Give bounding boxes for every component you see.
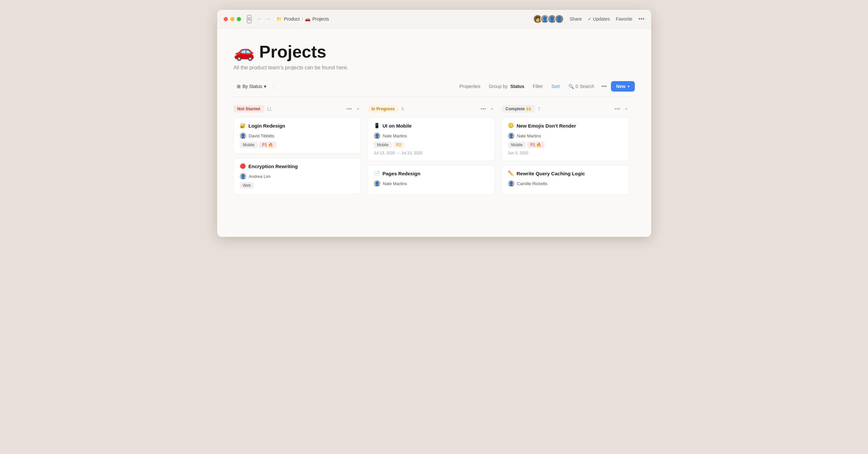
card-title: 🔐 Login Redesign — [240, 123, 285, 128]
card-person: Nate Martins — [383, 181, 407, 186]
properties-label: Properties — [460, 84, 480, 89]
card-header-row: ✏️ Rewrite Query Caching Logic ••• — [508, 171, 623, 180]
titlebar: ≡ ← → 📁 Product / 🚗 Projects 👩 👤 👤 — [217, 10, 651, 28]
card-person: Camille Ricketts — [517, 181, 548, 186]
share-button[interactable]: Share — [570, 17, 582, 22]
card-title-text: Login Redesign — [249, 123, 285, 128]
forward-button[interactable]: → — [265, 16, 272, 22]
card-icon: 📱 — [374, 123, 380, 128]
view-selector-button[interactable]: ⊞ By Status ▾ — [234, 82, 270, 91]
card-avatar: 👤 — [240, 173, 246, 180]
maximize-button[interactable] — [237, 17, 241, 21]
tag: P2 — [393, 142, 405, 148]
sort-button[interactable]: Sort — [548, 82, 563, 91]
collaborator-avatars: 👩 👤 👤 👤 — [533, 14, 564, 24]
column-complete: Complete 🙌 7 ••• + 😳 New Emojis Don't Re… — [502, 105, 629, 199]
column-count-not-started: 11 — [267, 106, 272, 112]
main-content: 🚗 Projects All the product team's projec… — [217, 28, 651, 237]
column-actions-not-started: ••• + — [345, 105, 361, 113]
titlebar-right: 👩 👤 👤 👤 Share ✓ Updates Favor — [533, 14, 645, 24]
card-person: Andrea Lim — [249, 174, 271, 179]
toolbar-right: Properties Group by Status Filter Sort 🔍… — [456, 81, 635, 92]
properties-button[interactable]: Properties — [456, 82, 484, 91]
page-title-text: Projects — [259, 42, 327, 61]
share-label: Share — [570, 17, 582, 22]
page-title: 🚗 Projects — [234, 41, 635, 61]
card-person: David Tibbitts — [249, 133, 274, 139]
card-title-text: Encryption Rewriting — [249, 163, 298, 169]
card-avatar: 👤 — [508, 180, 515, 187]
tag: P1 🔥 — [259, 142, 276, 148]
column-add-button-in-progress[interactable]: + — [489, 105, 495, 113]
card-icon: 🔐 — [240, 123, 246, 128]
card-title: 🔴 Encryption Rewriting — [240, 163, 298, 169]
search-button[interactable]: 🔍 0 Search — [565, 82, 597, 91]
breadcrumb-product-icon: 📁 — [276, 17, 282, 22]
card-complete-1[interactable]: ✏️ Rewrite Query Caching Logic ••• 👤 Cam… — [502, 165, 629, 195]
new-button[interactable]: New ▾ — [611, 81, 635, 92]
search-icon: 🔍 — [568, 84, 574, 89]
toolbar: ⊞ By Status ▾ Properties Group by Status… — [234, 81, 635, 97]
favorite-button[interactable]: Favorite — [616, 17, 632, 22]
breadcrumb-product-label[interactable]: Product — [284, 17, 300, 22]
search-label: Search — [580, 84, 594, 89]
card-not-started-0[interactable]: 🔐 Login Redesign 👤 David Tibbitts Mobile… — [234, 117, 361, 154]
column-header-complete: Complete 🙌 7 ••• + — [502, 105, 629, 113]
card-tags: MobileP2 — [374, 142, 489, 148]
card-title: 📱 UI on Mobile — [374, 123, 412, 128]
card-tags: MobileP1 🔥 — [508, 142, 623, 148]
card-not-started-1[interactable]: 🔴 Encryption Rewriting 👤 Andrea Lim Web — [234, 158, 361, 194]
menu-button[interactable]: ≡ — [247, 15, 252, 23]
breadcrumb-separator: / — [302, 17, 303, 22]
view-selector-label: By Status — [243, 84, 262, 89]
column-count-in-progress: 5 — [401, 106, 404, 112]
card-date: Jul 13, 2020 → Jul 23, 2020 — [374, 151, 489, 155]
page-icon: 🚗 — [234, 41, 255, 61]
check-icon: ✓ — [588, 17, 592, 22]
card-header-row: 🔐 Login Redesign — [240, 123, 355, 132]
card-tags: MobileP1 🔥 — [240, 142, 355, 148]
card-complete-0[interactable]: 😳 New Emojis Don't Render 👤 Nate Martins… — [502, 117, 629, 161]
status-badge-in-progress: In Progress — [368, 105, 399, 113]
card-title-text: New Emojis Don't Render — [517, 123, 576, 128]
page-subtitle: All the product team's projects can be f… — [234, 65, 635, 71]
card-in-progress-1[interactable]: 📄 Pages Redesign 👤 Nate Martins — [368, 165, 495, 195]
card-header-row: 📄 Pages Redesign — [374, 171, 489, 180]
tag: Mobile — [374, 142, 392, 148]
card-title: ✏️ Rewrite Query Caching Logic — [508, 171, 585, 176]
column-add-button-not-started[interactable]: + — [355, 105, 361, 113]
updates-button[interactable]: ✓ Updates — [588, 17, 610, 22]
card-in-progress-0[interactable]: 📱 UI on Mobile 👤 Nate Martins MobileP2 J… — [368, 117, 495, 161]
tag: Mobile — [240, 142, 258, 148]
card-header-row: 🔴 Encryption Rewriting — [240, 163, 355, 173]
column-in-progress: In Progress 5 ••• + 📱 UI on Mobile 👤 Nat… — [368, 105, 495, 199]
search-count: 0 — [576, 84, 578, 89]
card-tags: Web — [240, 182, 355, 189]
card-meta: 👤 Nate Martins — [374, 180, 489, 187]
toolbar-more-button[interactable]: ••• — [599, 82, 609, 91]
back-button[interactable]: ← — [256, 16, 263, 22]
column-not-started: Not Started 11 ••• + 🔐 Login Redesign 👤 … — [234, 105, 361, 199]
minimize-button[interactable] — [230, 17, 235, 21]
breadcrumb: 📁 Product / 🚗 Projects — [276, 17, 329, 22]
column-add-button-complete[interactable]: + — [623, 105, 629, 113]
card-meta: 👤 Andrea Lim — [240, 173, 355, 180]
group-by-button[interactable]: Group by Status — [486, 82, 528, 91]
more-options-button[interactable]: ••• — [639, 16, 645, 23]
column-more-button-complete[interactable]: ••• — [613, 105, 621, 113]
card-avatar: 👤 — [374, 180, 380, 187]
filter-button[interactable]: Filter — [529, 82, 546, 91]
status-badge-complete: Complete 🙌 — [502, 105, 535, 113]
tag: Web — [240, 182, 254, 189]
close-button[interactable] — [224, 17, 228, 21]
card-header-row: 😳 New Emojis Don't Render — [508, 123, 623, 132]
toolbar-divider — [273, 83, 274, 90]
column-header-not-started: Not Started 11 ••• + — [234, 105, 361, 113]
column-more-button-in-progress[interactable]: ••• — [479, 105, 487, 113]
card-title-text: Rewrite Query Caching Logic — [517, 171, 585, 176]
column-more-button-not-started[interactable]: ••• — [345, 105, 353, 113]
breadcrumb-projects-label[interactable]: Projects — [312, 17, 329, 22]
updates-label: Updates — [593, 17, 610, 22]
card-avatar: 👤 — [240, 132, 246, 139]
new-button-chevron: ▾ — [628, 84, 629, 89]
